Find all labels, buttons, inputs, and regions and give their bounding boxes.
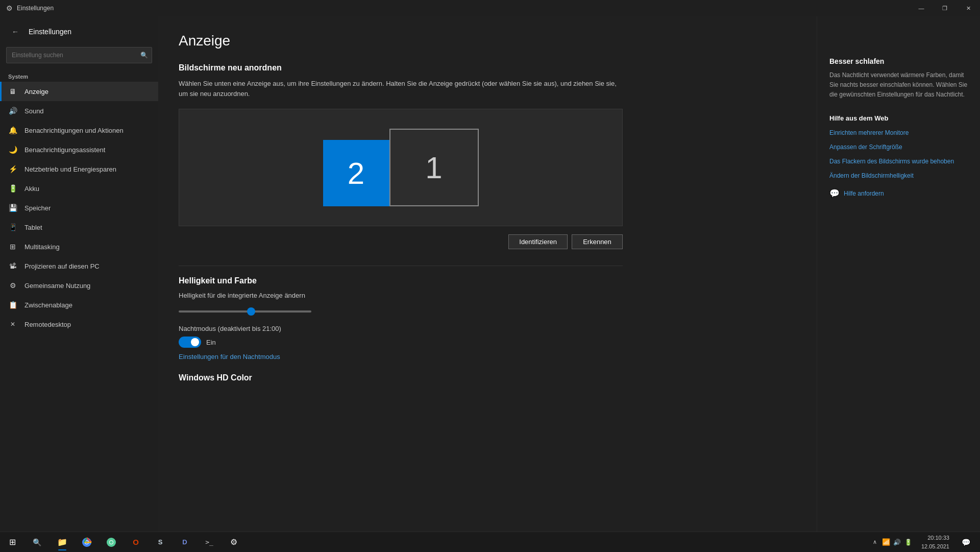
monitor-link-0[interactable]: Einrichten mehrerer Monitore bbox=[829, 128, 968, 137]
night-mode-label: Nachtmodus (deaktiviert bis 21:00) bbox=[179, 325, 623, 332]
section-divider bbox=[179, 266, 623, 266]
night-mode-state: Ein bbox=[206, 339, 216, 346]
titlebar-left: ⚙ Einstellungen bbox=[6, 4, 54, 12]
close-button[interactable]: ✕ bbox=[957, 0, 980, 16]
sidebar-item-tablet[interactable]: 📱 Tablet bbox=[0, 218, 158, 237]
monitor-link-2[interactable]: Das Flackern des Bildschirms wurde behob… bbox=[829, 157, 968, 166]
sharing-icon: ⚙ bbox=[8, 281, 17, 290]
sidebar-item-label: Multitasking bbox=[24, 243, 60, 251]
project-icon: 📽 bbox=[8, 261, 17, 271]
taskbar-right: ∧ 📶 🔊 🔋 20:10:33 12.05.2021 💬 bbox=[864, 532, 980, 553]
taskbar-app-steam[interactable]: S bbox=[149, 533, 172, 551]
taskbar-search[interactable]: 🔍 bbox=[24, 532, 49, 553]
monitor-preview: 2 1 bbox=[179, 109, 623, 226]
sidebar-item-label: Tablet bbox=[24, 224, 42, 231]
notification-button[interactable]: 💬 bbox=[958, 532, 974, 553]
taskbar-app-chromium[interactable] bbox=[100, 533, 122, 551]
sidebar-item-anzeige[interactable]: 🖥 Anzeige bbox=[0, 82, 158, 101]
systray-chevron[interactable]: ∧ bbox=[870, 538, 879, 547]
tablet-icon: 📱 bbox=[8, 223, 17, 232]
sidebar-item-netzbetrieb[interactable]: ⚡ Netzbetrieb und Energiesparen bbox=[0, 159, 158, 179]
sidebar-item-projizieren[interactable]: 📽 Projizieren auf diesen PC bbox=[0, 256, 158, 276]
minimize-button[interactable]: — bbox=[910, 0, 933, 16]
monitor-link-3[interactable]: Ändern der Bildschirmhelligkeit bbox=[829, 171, 968, 180]
sidebar-item-multitasking[interactable]: ⊞ Multitasking bbox=[0, 237, 158, 256]
sidebar-item-benachrichtigungsassistent[interactable]: 🌙 Benachrichtigungsassistent bbox=[0, 140, 158, 159]
sidebar-item-gemeinsame[interactable]: ⚙ Gemeinsame Nutzung bbox=[0, 276, 158, 295]
sidebar-item-speicher[interactable]: 💾 Speicher bbox=[0, 198, 158, 218]
storage-icon: 💾 bbox=[8, 203, 17, 212]
sound-icon: 🔊 bbox=[8, 106, 17, 115]
sidebar-item-label: Gemeinsame Nutzung bbox=[24, 282, 90, 290]
identify-button[interactable]: Identifizieren bbox=[508, 234, 568, 249]
sidebar-item-benachrichtigungen[interactable]: 🔔 Benachrichtigungen und Aktionen bbox=[0, 121, 158, 140]
app-body: ← Einstellungen 🔍 System 🖥 Anzeige 🔊 Sou… bbox=[0, 16, 980, 532]
sidebar-item-sound[interactable]: 🔊 Sound bbox=[0, 101, 158, 121]
sidebar-item-label: Netzbetrieb und Energiesparen bbox=[24, 165, 116, 173]
titlebar-title: Einstellungen bbox=[17, 5, 54, 12]
rearrange-title: Bildschirme neu anordnen bbox=[179, 63, 796, 73]
taskbar-app-settings[interactable]: ⚙ bbox=[223, 533, 245, 551]
sidebar-header: ← Einstellungen bbox=[0, 16, 158, 43]
notifications-icon: 🔔 bbox=[8, 126, 17, 135]
taskbar-app-chrome[interactable] bbox=[76, 533, 98, 551]
titlebar: ⚙ Einstellungen — ❐ ✕ bbox=[0, 0, 980, 16]
windows-hd-title: Windows HD Color bbox=[179, 373, 796, 382]
chrome-icon bbox=[82, 537, 92, 547]
night-mode-settings-link[interactable]: Einstellungen für den Nachtmodus bbox=[179, 353, 280, 361]
taskbar-app-office[interactable]: O bbox=[125, 533, 147, 551]
monitor-buttons: Identifizieren Erkennen bbox=[179, 234, 623, 249]
page-title: Anzeige bbox=[179, 33, 796, 49]
sidebar-item-label: Speicher bbox=[24, 204, 51, 212]
rearrange-desc: Wählen Sie unten eine Anzeige aus, um ih… bbox=[179, 79, 623, 99]
sidebar-item-label: Remotedesktop bbox=[24, 321, 71, 328]
taskbar-clock[interactable]: 20:10:33 12.05.2021 bbox=[917, 534, 953, 550]
sidebar-item-remotedesktop[interactable]: ✕ Remotedesktop bbox=[0, 315, 158, 334]
monitor-2[interactable]: 2 bbox=[323, 140, 389, 206]
taskbar-app-discord[interactable]: D bbox=[174, 533, 196, 551]
remote-icon: ✕ bbox=[8, 320, 17, 329]
hilfe-title: Hilfe aus dem Web bbox=[829, 114, 968, 122]
battery-icon: 🔋 bbox=[8, 184, 17, 193]
titlebar-controls: — ❐ ✕ bbox=[910, 0, 980, 16]
night-mode-toggle[interactable] bbox=[179, 337, 201, 348]
battery-tray-icon[interactable]: 🔋 bbox=[904, 538, 913, 547]
detect-button[interactable]: Erkennen bbox=[572, 234, 623, 249]
volume-icon[interactable]: 🔊 bbox=[893, 538, 902, 547]
taskbar-app-explorer[interactable]: 📁 bbox=[51, 533, 74, 551]
besser-schlafen-title: Besser schlafen bbox=[829, 57, 968, 65]
brightness-slider[interactable] bbox=[179, 310, 311, 313]
night-mode-row: Nachtmodus (deaktiviert bis 21:00) Ein bbox=[179, 325, 623, 348]
monitor-1[interactable]: 1 bbox=[389, 129, 479, 206]
brightness-section-title: Helligkeit und Farbe bbox=[179, 276, 623, 285]
sidebar-item-akku[interactable]: 🔋 Akku bbox=[0, 179, 158, 198]
monitor-link-1[interactable]: Anpassen der Schriftgröße bbox=[829, 142, 968, 152]
right-panel: Besser schlafen Das Nachtlicht verwendet… bbox=[817, 16, 980, 532]
sidebar-app-title: Einstellungen bbox=[29, 28, 71, 36]
taskbar-app-terminal[interactable]: >_ bbox=[198, 533, 220, 551]
help-chat-icon: 💬 bbox=[829, 188, 840, 199]
sidebar: ← Einstellungen 🔍 System 🖥 Anzeige 🔊 Sou… bbox=[0, 16, 158, 532]
maximize-button[interactable]: ❐ bbox=[933, 0, 957, 16]
sidebar-item-label: Zwischenablage bbox=[24, 301, 72, 309]
search-input[interactable] bbox=[6, 47, 152, 63]
search-icon: 🔍 bbox=[140, 52, 148, 59]
display-icon: 🖥 bbox=[8, 87, 17, 96]
taskbar-apps: 📁 O S D >_ ⚙ bbox=[49, 533, 864, 551]
sidebar-section-label: System bbox=[0, 69, 158, 82]
sidebar-item-zwischenablage[interactable]: 📋 Zwischenablage bbox=[0, 295, 158, 315]
help-link[interactable]: Hilfe anfordern bbox=[844, 190, 884, 197]
start-button[interactable]: ⊞ bbox=[0, 532, 24, 553]
power-icon: ⚡ bbox=[8, 164, 17, 174]
clipboard-icon: 📋 bbox=[8, 300, 17, 309]
sidebar-item-label: Akku bbox=[24, 185, 39, 193]
toggle-row: Ein bbox=[179, 337, 623, 348]
taskbar: ⊞ 🔍 📁 O S D >_ ⚙ ∧ bbox=[0, 532, 980, 552]
back-button[interactable]: ← bbox=[8, 25, 22, 39]
sidebar-item-label: Benachrichtigungsassistent bbox=[24, 146, 105, 154]
slider-container bbox=[179, 305, 311, 315]
sidebar-item-label: Anzeige bbox=[24, 88, 48, 95]
main-content: Anzeige Bildschirme neu anordnen Wählen … bbox=[158, 16, 817, 532]
sidebar-item-label: Projizieren auf diesen PC bbox=[24, 262, 100, 270]
network-icon[interactable]: 📶 bbox=[881, 538, 891, 547]
